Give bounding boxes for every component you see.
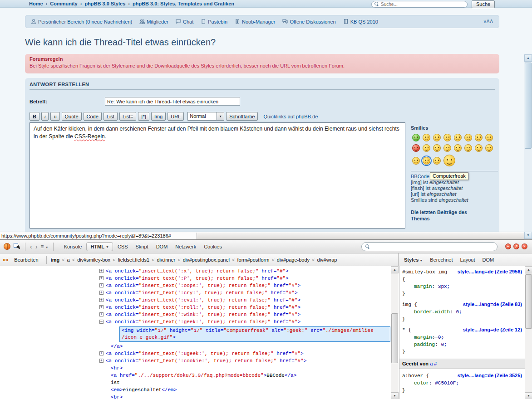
smiley-biggrin-icon[interactable] (412, 134, 420, 141)
stylesheet-link[interactable]: style....lang=de (Zeile 3525) (458, 372, 522, 379)
breadcrumb-link-phpbb-3-0-styles[interactable]: phpBB 3.0 Styles (84, 1, 125, 6)
expand-icon[interactable]: + (99, 312, 103, 316)
edit-button[interactable]: Bearbeiten (10, 256, 42, 264)
html-panel-scrollbar[interactable]: ▲ ▼ (391, 266, 399, 399)
html-tree-node[interactable]: ist (0, 379, 391, 386)
side-tab-berechnet[interactable]: Berechnet (430, 257, 453, 263)
smiley-confused-icon[interactable] (454, 144, 462, 152)
dom-crumb-div-inner[interactable]: div.inner (157, 257, 175, 263)
smiley-lol-icon[interactable] (433, 144, 441, 152)
css-property[interactable]: padding: 0; (402, 341, 522, 348)
html-tree-node[interactable]: <br> (0, 394, 391, 399)
scrollbar-thumb[interactable] (391, 313, 398, 363)
scroll-down-button[interactable]: ▼ (524, 232, 532, 239)
inspect-element-icon[interactable] (14, 243, 20, 250)
font-size-select[interactable]: Normal ▼ (187, 112, 224, 121)
html-tree-node[interactable]: +<a onclick="insert_text(':cry:', true);… (0, 289, 391, 297)
scroll-up-button[interactable]: ▲ (391, 266, 399, 273)
html-tree-node[interactable]: <hr> (0, 365, 391, 372)
stylesheet-link[interactable]: style....lang=de (Zeile 3523) (458, 397, 522, 399)
close-button[interactable]: × (522, 243, 527, 249)
firebug-icon[interactable] (4, 243, 10, 250)
html-tree-node[interactable]: <img width="17" height="17" title="Compu… (0, 326, 391, 342)
scroll-down-button[interactable]: ▼ (525, 392, 532, 399)
smiley-eek-icon[interactable] (454, 134, 462, 141)
dom-crumb-div-smiley-box[interactable]: div#smiley-box (77, 257, 110, 263)
expand-icon[interactable]: + (99, 298, 103, 302)
subject-input[interactable] (105, 97, 240, 106)
font-color-button[interactable]: Schriftfarbe (226, 112, 258, 121)
scrollbar-thumb[interactable] (525, 274, 532, 329)
expand-icon[interactable]: + (99, 276, 103, 280)
html-tree-node[interactable]: +<a onclick="insert_text(':P', true); re… (0, 275, 391, 282)
dom-crumb-div-page-body[interactable]: div#page-body (277, 257, 310, 263)
bbcode-b-button[interactable]: B (30, 112, 39, 121)
smiley-smile-icon[interactable] (423, 134, 430, 141)
html-tree-node[interactable]: <a href="./../support/doku/3.0/faq.php?m… (0, 372, 391, 379)
firebug-tab-skript[interactable]: Skript (133, 242, 152, 251)
message-textarea[interactable]: Auf den Käfer klicken, in dem dann ersch… (30, 122, 405, 229)
html-tree-node[interactable]: +<a onclick="insert_text(':x', true); re… (0, 268, 391, 275)
firebug-tab-cookies[interactable]: Cookies (201, 242, 225, 251)
scroll-up-button[interactable]: ▲ (524, 54, 532, 62)
smiley-ugeek-icon[interactable] (433, 157, 441, 165)
breadcrumb-link-community[interactable]: Community (50, 1, 78, 6)
html-tree-node[interactable]: <em>eingeschaltet</em> (0, 386, 391, 394)
bbcode-u-button[interactable]: u (50, 112, 59, 121)
smiley-rolleyes-icon[interactable] (412, 157, 420, 165)
html-tree-node[interactable]: </a> (0, 343, 391, 350)
nav-item-chat[interactable]: Chat (176, 19, 193, 25)
nav-item-kb-qs-2010[interactable]: KB QS 2010 (343, 19, 378, 25)
smiley-razz-icon[interactable] (423, 144, 430, 152)
expand-icon[interactable]: + (99, 359, 103, 363)
firebug-search-input[interactable] (372, 244, 493, 249)
firebug-tab-konsole[interactable]: Konsole (61, 242, 85, 251)
inherited-element-link[interactable]: a # (430, 361, 437, 366)
bbcode-list-button[interactable]: List (103, 112, 118, 121)
scrollbar-track[interactable] (524, 62, 532, 232)
bbcode-i-button[interactable]: i (41, 112, 49, 121)
dom-crumb-a[interactable]: a (67, 257, 70, 263)
chevron-down-icon[interactable]: ▼ (217, 112, 224, 121)
smiley-twisted-icon[interactable] (443, 134, 451, 141)
expand-icon[interactable]: + (99, 291, 103, 295)
smiley-cool-icon[interactable] (485, 134, 493, 141)
html-tree-node[interactable]: –<a onclick="insert_text(':geek:', true)… (0, 318, 391, 326)
bbcode-list-button[interactable]: List= (119, 112, 137, 121)
bbcode-img-button[interactable]: Img (151, 112, 166, 121)
css-property[interactable]: color: #C5010F; (402, 380, 522, 387)
html-tree-node[interactable]: +<a onclick="insert_text(':oops:', true)… (0, 282, 391, 289)
dom-crumb-div-postingbox-panel[interactable]: div#postingbox.panel (183, 257, 230, 263)
side-tab-layout[interactable]: Layout (460, 257, 475, 263)
smiley-neutral-icon[interactable] (433, 134, 441, 141)
back-icon[interactable]: ‹ (30, 243, 32, 250)
side-tab-dom[interactable]: DOM (482, 257, 494, 263)
font-size-control[interactable]: vAA (484, 19, 493, 24)
bbcode-code-button[interactable]: Code (84, 112, 102, 121)
dom-crumb-form-postform[interactable]: form#postform (237, 257, 269, 263)
selected-img-node[interactable]: <img width="17" height="17" title="Compu… (119, 326, 390, 342)
scroll-up-button[interactable]: ▲ (525, 266, 532, 273)
side-tab-styles[interactable]: Styles ▼ (404, 257, 423, 263)
html-path-icon[interactable]: «» (3, 257, 8, 263)
nav-item-noob-manager[interactable]: Noob-Manager (235, 19, 275, 25)
smiley-question-icon[interactable] (475, 134, 483, 141)
firebug-tab-dom[interactable]: DOM (153, 242, 171, 251)
breadcrumb-link-phpbb-3-0-styles-templates-und-grafiken[interactable]: phpBB 3.0: Styles, Templates und Grafike… (133, 1, 234, 6)
nav-item-mitglieder[interactable]: Mitglieder (139, 19, 168, 25)
bbcode--button[interactable]: [*] (138, 112, 149, 121)
nav-item-pers-nlicher-bereich-0-neue-nachrichten[interactable]: Persönlicher Bereich (0 neue Nachrichten… (31, 19, 132, 25)
style-panel-scrollbar[interactable]: ▲ ▼ (525, 266, 532, 399)
smiley-geek-icon[interactable] (423, 157, 430, 165)
smiley-mad-icon[interactable] (475, 144, 483, 152)
css-property[interactable]: margin: 3px; (402, 283, 522, 290)
firebug-tab-netzwerk[interactable]: Netzwerk (172, 242, 199, 251)
firebug-tab-html[interactable]: HTML▼ (86, 242, 113, 251)
nav-item-offene-diskussionen[interactable]: Offene Diskussionen (282, 19, 335, 25)
bbcode-quote-button[interactable]: Quote (62, 112, 82, 121)
html-tree-node[interactable]: +<a onclick="insert_text(':wink:', true)… (0, 311, 391, 318)
forward-icon[interactable]: › (35, 243, 38, 250)
smiley-wink-icon[interactable] (464, 144, 472, 152)
nav-item-pastebin[interactable]: Pastebin (201, 19, 227, 25)
collapse-icon[interactable]: – (99, 320, 103, 324)
